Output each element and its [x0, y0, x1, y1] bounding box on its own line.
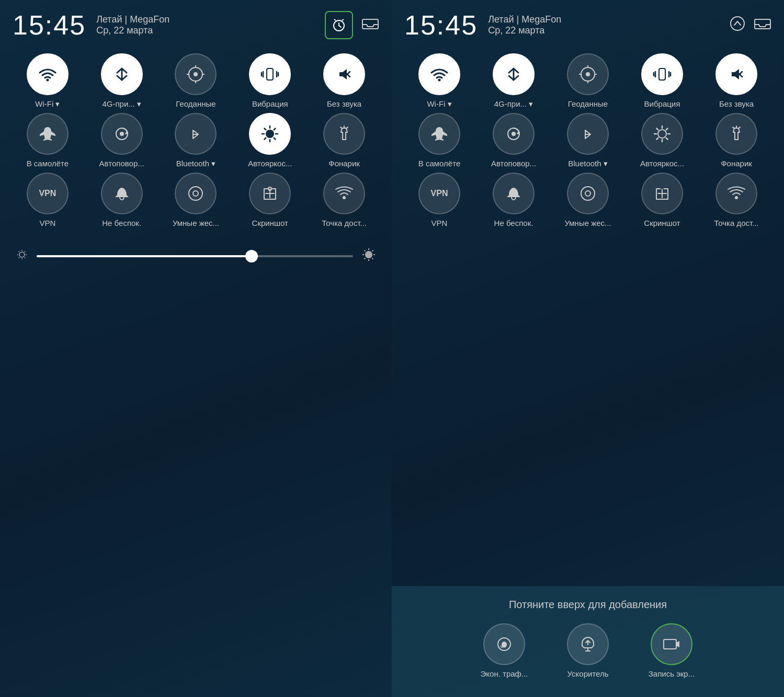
left-toggles: Wi-Fi ▾ 4G-при... ▾: [0, 48, 392, 237]
brightness-high-icon: [361, 247, 376, 265]
brightness-thumb[interactable]: [245, 250, 258, 262]
right-4g-icon: [493, 53, 535, 95]
left-vibration-label: Вибрация: [252, 99, 288, 108]
left-wifi-label: Wi-Fi ▾: [35, 99, 60, 109]
left-4g-label: 4G-при... ▾: [102, 99, 141, 109]
left-screenshot-label: Скриншот: [252, 219, 288, 227]
svg-point-4: [46, 79, 49, 82]
svg-point-32: [189, 187, 202, 200]
svg-point-47: [365, 251, 372, 258]
left-airplane-toggle[interactable]: В самолёте: [16, 113, 79, 168]
right-wifi-toggle[interactable]: Wi-Fi ▾: [408, 53, 471, 109]
left-wifi-toggle[interactable]: Wi-Fi ▾: [16, 53, 79, 109]
traffic-saver-icon: [483, 623, 525, 665]
right-autobrightness-icon: [641, 113, 683, 155]
right-wifi-icon: [418, 53, 460, 95]
booster-icon: [567, 623, 609, 665]
svg-point-60: [586, 72, 590, 76]
left-hotspot-label: Точка дост...: [322, 219, 367, 227]
left-geo-label: Геоданные: [176, 99, 215, 108]
svg-line-45: [25, 252, 25, 252]
right-nosound-toggle[interactable]: Без звука: [705, 53, 768, 109]
left-4g-toggle[interactable]: 4G-при... ▾: [90, 53, 153, 109]
right-carrier: Летай | MegaFon: [488, 14, 561, 25]
right-status-icons: [730, 16, 771, 35]
left-nodisturb-toggle[interactable]: Не беспок.: [90, 173, 153, 227]
left-carrier: Летай | MegaFon: [96, 14, 169, 25]
alarm-icon-btn[interactable]: [325, 11, 353, 39]
left-autobrightness-label: Автояркос...: [248, 159, 292, 168]
chevron-up-icon: [730, 16, 745, 35]
left-flashlight-toggle[interactable]: Фонарик: [313, 113, 376, 168]
right-flashlight-toggle[interactable]: Фонарик: [705, 113, 768, 168]
right-4g-toggle[interactable]: 4G-при... ▾: [482, 53, 545, 109]
svg-line-27: [274, 129, 276, 130]
traffic-saver-toggle[interactable]: Экон. траф...: [473, 623, 536, 678]
left-geo-icon: [175, 53, 217, 95]
right-row-1: Wi-Fi ▾ 4G-при... ▾: [402, 53, 774, 109]
right-wifi-label: Wi-Fi ▾: [427, 99, 451, 109]
inbox-icon: [361, 16, 379, 35]
left-bluetooth-label: Bluetooth ▾: [176, 159, 216, 168]
right-hotspot-toggle[interactable]: Точка дост...: [705, 173, 768, 227]
booster-toggle[interactable]: Ускоритель: [556, 623, 619, 678]
left-vibration-toggle[interactable]: Вибрация: [238, 53, 301, 109]
left-geo-toggle[interactable]: Геоданные: [164, 53, 227, 109]
svg-line-54: [372, 250, 373, 252]
left-smartgestures-label: Умные жес...: [173, 219, 219, 227]
right-airplane-label: В самолёте: [418, 159, 460, 168]
right-smartgestures-icon: [567, 173, 609, 214]
svg-line-2: [342, 19, 344, 20]
right-vpn-toggle[interactable]: VPN VPN: [408, 173, 471, 227]
left-smartgestures-icon: [175, 173, 217, 214]
right-smartgestures-toggle[interactable]: Умные жес...: [556, 173, 619, 227]
left-autorotate-toggle[interactable]: Автоповор...: [90, 113, 153, 168]
svg-point-87: [585, 191, 590, 196]
brightness-row: [0, 237, 392, 276]
left-autorotate-icon: [101, 113, 143, 155]
right-geo-toggle[interactable]: Геоданные: [556, 53, 619, 109]
svg-line-79: [657, 129, 658, 130]
left-screenshot-icon: [249, 173, 291, 214]
left-4g-icon: [101, 53, 143, 95]
svg-line-80: [666, 138, 668, 140]
right-autorotate-toggle[interactable]: Автоповор...: [482, 113, 545, 168]
right-vibration-toggle[interactable]: Вибрация: [631, 53, 694, 109]
left-smartgestures-toggle[interactable]: Умные жес...: [164, 173, 227, 227]
right-vpn-icon: VPN: [418, 173, 460, 214]
svg-line-30: [340, 127, 342, 128]
svg-line-71: [739, 74, 742, 77]
right-bluetooth-toggle[interactable]: Bluetooth ▾: [556, 113, 619, 168]
left-nosound-toggle[interactable]: Без звука: [313, 53, 376, 109]
right-vibration-label: Вибрация: [644, 99, 680, 108]
svg-line-53: [372, 258, 373, 259]
right-smartgestures-label: Умные жес...: [564, 219, 611, 227]
right-nodisturb-toggle[interactable]: Не беспок.: [482, 173, 545, 227]
left-screenshot-toggle[interactable]: Скриншот: [238, 173, 301, 227]
svg-line-52: [365, 250, 366, 252]
right-airplane-toggle[interactable]: В самолёте: [408, 113, 471, 168]
right-date: Ср, 22 марта: [488, 25, 561, 36]
right-time: 15:45: [404, 9, 478, 41]
svg-line-25: [265, 129, 266, 130]
svg-line-55: [365, 258, 366, 259]
brightness-slider[interactable]: [37, 255, 353, 257]
left-bluetooth-toggle[interactable]: Bluetooth ▾: [164, 113, 227, 168]
svg-line-26: [274, 138, 276, 140]
left-vpn-toggle[interactable]: VPN VPN: [16, 173, 79, 227]
left-nosound-icon: [323, 53, 365, 95]
svg-point-33: [193, 191, 198, 196]
left-row-2: В самолёте Автоповор...: [10, 113, 381, 168]
right-autobrightness-toggle[interactable]: Автояркос...: [631, 113, 694, 168]
right-screenshot-toggle[interactable]: Скриншот: [631, 173, 694, 227]
left-autobrightness-icon: [249, 113, 291, 155]
left-hotspot-toggle[interactable]: Точка дост...: [313, 173, 376, 227]
left-row-3: VPN VPN Не беспок.: [10, 173, 381, 227]
right-screenshot-icon: [641, 173, 683, 214]
right-airplane-icon: [418, 113, 460, 155]
left-autobrightness-toggle[interactable]: Автояркос...: [238, 113, 301, 168]
screen-record-toggle[interactable]: Запись экр...: [640, 623, 703, 678]
right-nosound-label: Без звука: [719, 99, 754, 108]
svg-rect-11: [267, 68, 273, 80]
left-autorotate-label: Автоповор...: [99, 159, 144, 168]
